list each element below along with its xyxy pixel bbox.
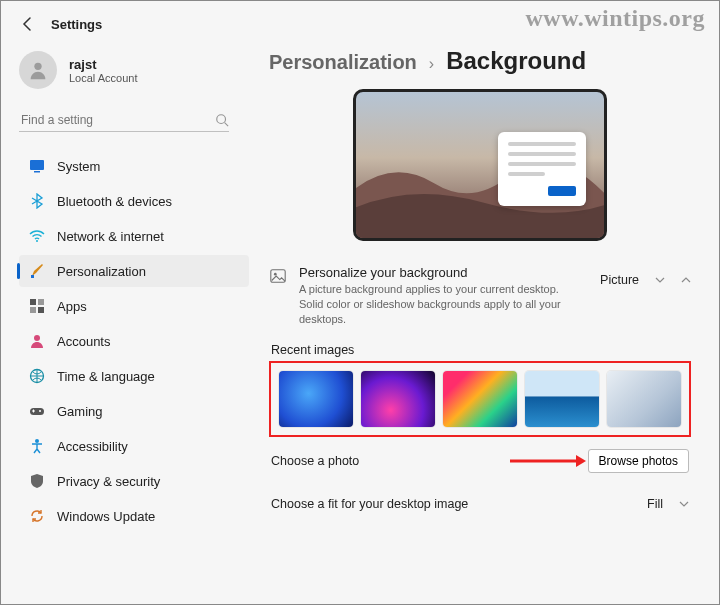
svg-line-2: [225, 123, 229, 127]
svg-point-1: [217, 115, 226, 124]
wifi-icon: [29, 228, 45, 244]
sidebar-item-label: Personalization: [57, 264, 146, 279]
svg-point-15: [35, 439, 39, 443]
sidebar-item-label: Gaming: [57, 404, 103, 419]
sidebar-item-label: Accessibility: [57, 439, 128, 454]
search-input[interactable]: [21, 113, 215, 127]
chevron-up-icon[interactable]: [681, 275, 691, 285]
choose-fit-row: Choose a fit for your desktop image Fill: [269, 485, 691, 523]
image-icon: [269, 267, 287, 285]
sidebar-item-personalization[interactable]: Personalization: [19, 255, 249, 287]
sidebar: rajst Local Account System Bluetooth & d…: [1, 33, 249, 596]
sidebar-item-label: Apps: [57, 299, 87, 314]
choose-photo-label: Choose a photo: [271, 454, 359, 468]
sidebar-item-label: System: [57, 159, 100, 174]
sidebar-item-accounts[interactable]: Accounts: [19, 325, 249, 357]
svg-rect-10: [38, 307, 44, 313]
user-name: rajst: [69, 57, 138, 72]
sidebar-item-label: Time & language: [57, 369, 155, 384]
apps-icon: [29, 298, 45, 314]
desktop-preview: [353, 89, 607, 241]
main-content: Personalization › Background Personalize…: [249, 33, 719, 596]
svg-point-5: [36, 240, 38, 242]
svg-rect-16: [271, 270, 285, 283]
recent-image-thumb[interactable]: [279, 371, 353, 427]
search-field[interactable]: [19, 109, 229, 132]
personalize-desc: A picture background applies to your cur…: [299, 282, 580, 327]
bluetooth-icon: [29, 193, 45, 209]
shield-icon: [29, 473, 45, 489]
recent-image-thumb[interactable]: [607, 371, 681, 427]
app-title: Settings: [51, 17, 102, 32]
paintbrush-icon: [29, 263, 45, 279]
sidebar-item-time-language[interactable]: Time & language: [19, 360, 249, 392]
chevron-down-icon: [679, 499, 689, 509]
choose-fit-label: Choose a fit for your desktop image: [271, 497, 468, 511]
personalize-title: Personalize your background: [299, 265, 580, 280]
svg-point-0: [34, 63, 41, 70]
sidebar-item-label: Privacy & security: [57, 474, 160, 489]
accounts-icon: [29, 333, 45, 349]
sidebar-item-windows-update[interactable]: Windows Update: [19, 500, 249, 532]
sidebar-item-system[interactable]: System: [19, 150, 249, 182]
breadcrumb-separator-icon: ›: [429, 55, 434, 73]
sidebar-item-label: Windows Update: [57, 509, 155, 524]
browse-photos-button[interactable]: Browse photos: [588, 449, 689, 473]
choose-photo-row: Choose a photo Browse photos: [269, 437, 691, 485]
recent-images-label: Recent images: [271, 343, 691, 357]
svg-point-17: [274, 273, 277, 276]
window-header: Settings: [1, 1, 719, 33]
recent-image-thumb[interactable]: [361, 371, 435, 427]
user-account-type: Local Account: [69, 72, 138, 84]
recent-image-thumb[interactable]: [525, 371, 599, 427]
svg-rect-9: [30, 307, 36, 313]
user-info[interactable]: rajst Local Account: [19, 51, 249, 89]
breadcrumb-current: Background: [446, 47, 586, 75]
chevron-down-icon: [655, 275, 665, 285]
sidebar-nav: System Bluetooth & devices Network & int…: [19, 150, 249, 532]
preview-window-overlay: [498, 132, 586, 206]
sidebar-item-privacy[interactable]: Privacy & security: [19, 465, 249, 497]
recent-image-thumb[interactable]: [443, 371, 517, 427]
svg-rect-4: [34, 171, 40, 173]
fit-value: Fill: [647, 497, 663, 511]
accessibility-icon: [29, 438, 45, 454]
sidebar-item-accessibility[interactable]: Accessibility: [19, 430, 249, 462]
recent-images-grid: [269, 361, 691, 437]
svg-point-14: [39, 410, 41, 412]
breadcrumb: Personalization › Background: [269, 47, 691, 75]
search-icon: [215, 113, 229, 127]
sidebar-item-label: Bluetooth & devices: [57, 194, 172, 209]
svg-point-11: [34, 335, 40, 341]
svg-rect-7: [30, 299, 36, 305]
sidebar-item-gaming[interactable]: Gaming: [19, 395, 249, 427]
back-arrow-icon[interactable]: [19, 15, 37, 33]
sidebar-item-label: Accounts: [57, 334, 110, 349]
background-type-dropdown[interactable]: Picture: [600, 273, 691, 287]
clock-globe-icon: [29, 368, 45, 384]
annotation-arrow-icon: [508, 453, 588, 469]
sidebar-item-label: Network & internet: [57, 229, 164, 244]
sidebar-item-network[interactable]: Network & internet: [19, 220, 249, 252]
system-icon: [29, 158, 45, 174]
avatar: [19, 51, 57, 89]
fit-dropdown[interactable]: Fill: [647, 497, 689, 511]
svg-rect-3: [30, 160, 44, 170]
svg-rect-6: [31, 275, 34, 278]
breadcrumb-parent[interactable]: Personalization: [269, 51, 417, 74]
svg-rect-8: [38, 299, 44, 305]
personalize-background-row[interactable]: Personalize your background A picture ba…: [269, 259, 691, 333]
sidebar-item-bluetooth[interactable]: Bluetooth & devices: [19, 185, 249, 217]
dropdown-value: Picture: [600, 273, 639, 287]
sidebar-item-apps[interactable]: Apps: [19, 290, 249, 322]
update-icon: [29, 508, 45, 524]
gaming-icon: [29, 403, 45, 419]
